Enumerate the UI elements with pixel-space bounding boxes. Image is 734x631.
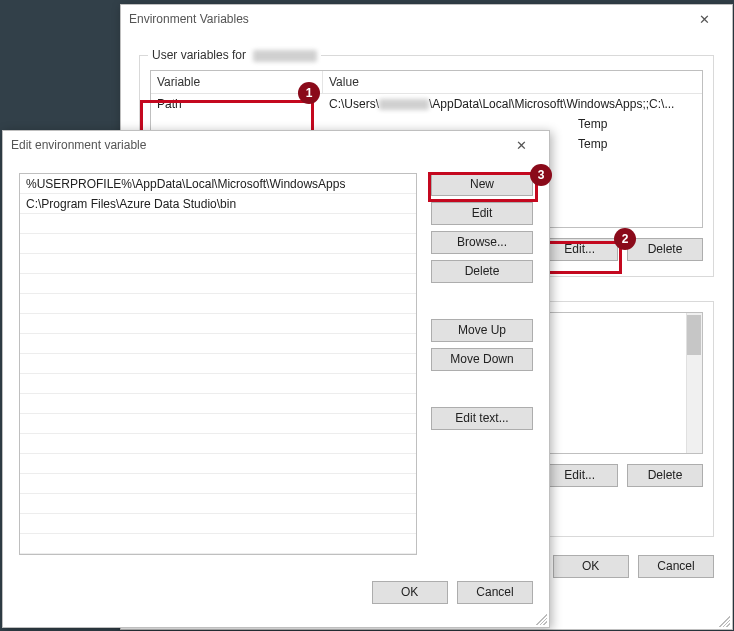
env-titlebar: Environment Variables ✕ — [121, 5, 732, 33]
list-item[interactable] — [20, 474, 416, 494]
table-header: Variable Value — [151, 71, 702, 94]
col-value: Value — [323, 71, 702, 93]
list-item[interactable] — [20, 234, 416, 254]
delete-button[interactable]: Delete — [627, 238, 703, 261]
list-item[interactable] — [20, 454, 416, 474]
new-button[interactable]: New — [431, 173, 533, 196]
list-item[interactable] — [20, 414, 416, 434]
edit-environment-variable-window: Edit environment variable ✕ %USERPROFILE… — [2, 130, 550, 628]
username-redacted — [253, 50, 317, 62]
list-item[interactable] — [20, 434, 416, 454]
close-icon[interactable]: ✕ — [684, 12, 724, 27]
list-item[interactable] — [20, 294, 416, 314]
movedown-button[interactable]: Move Down — [431, 348, 533, 371]
list-item[interactable]: %USERPROFILE%\AppData\Local\Microsoft\Wi… — [20, 174, 416, 194]
delete-entry-button[interactable]: Delete — [431, 260, 533, 283]
sys-delete-button[interactable]: Delete — [627, 464, 703, 487]
table-row[interactable]: Path C:\Users\\AppData\Local\Microsoft\W… — [151, 94, 702, 114]
list-item[interactable] — [20, 314, 416, 334]
edit-button[interactable]: Edit... — [542, 238, 618, 261]
moveup-button[interactable]: Move Up — [431, 319, 533, 342]
resize-grip-icon[interactable] — [533, 611, 547, 625]
col-variable: Variable — [151, 71, 323, 93]
list-item[interactable]: C:\Program Files\Azure Data Studio\bin — [20, 194, 416, 214]
resize-grip-icon[interactable] — [716, 613, 730, 627]
scrollbar[interactable] — [686, 313, 702, 453]
list-item[interactable] — [20, 354, 416, 374]
list-item[interactable] — [20, 214, 416, 234]
edittext-button[interactable]: Edit text... — [431, 407, 533, 430]
list-item[interactable] — [20, 274, 416, 294]
sys-edit-button[interactable]: Edit... — [542, 464, 618, 487]
list-item[interactable] — [20, 254, 416, 274]
list-item[interactable] — [20, 494, 416, 514]
list-item[interactable] — [20, 534, 416, 554]
ok-button[interactable]: OK — [553, 555, 629, 578]
list-item[interactable] — [20, 394, 416, 414]
edit-cancel-button[interactable]: Cancel — [457, 581, 533, 604]
edit-ok-button[interactable]: OK — [372, 581, 448, 604]
user-variables-legend: User variables for — [148, 48, 321, 62]
close-icon[interactable]: ✕ — [501, 138, 541, 153]
browse-button[interactable]: Browse... — [431, 231, 533, 254]
cancel-button[interactable]: Cancel — [638, 555, 714, 578]
list-item[interactable] — [20, 514, 416, 534]
edit-entry-button[interactable]: Edit — [431, 202, 533, 225]
edit-side-buttons: New Edit Browse... Delete Move Up Move D… — [431, 173, 533, 555]
edit-title: Edit environment variable — [11, 138, 501, 152]
env-title: Environment Variables — [129, 12, 684, 26]
path-entries-list[interactable]: %USERPROFILE%\AppData\Local\Microsoft\Wi… — [19, 173, 417, 555]
list-item[interactable] — [20, 374, 416, 394]
list-item[interactable] — [20, 334, 416, 354]
edit-titlebar: Edit environment variable ✕ — [3, 131, 549, 159]
edit-dialog-buttons: OK Cancel — [3, 581, 549, 618]
